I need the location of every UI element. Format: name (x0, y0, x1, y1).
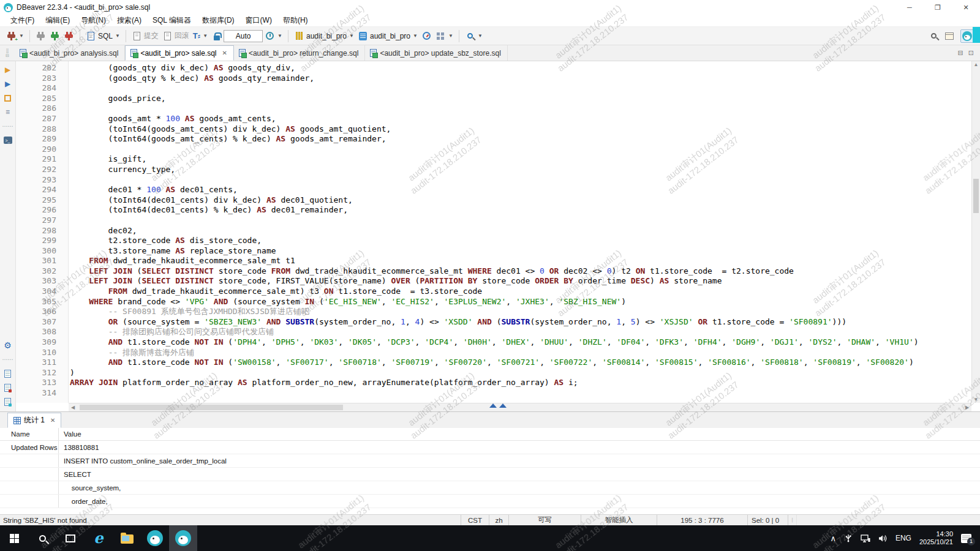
execute-script-icon[interactable]: ▶ (3, 79, 13, 89)
menu-item[interactable]: 导航(N) (75, 15, 111, 26)
status-bar: String 'SBZ_HIS' not found CSTzh可写智能插入19… (0, 514, 980, 525)
row-count-icon[interactable]: ≡ (3, 107, 13, 117)
scroll-down-arrow[interactable]: ▼ (972, 397, 980, 402)
horizontal-scroll-thumb[interactable] (80, 405, 343, 410)
language-indicator[interactable]: ENG (895, 534, 911, 542)
editor-minimap-icons: ⣿⊟ (0, 45, 15, 61)
output-document-icon[interactable] (3, 397, 13, 407)
code-line: 299 t2.store_code AS dis_store_code, (16, 236, 971, 246)
transaction-mode-button[interactable]: T⸗▼ (191, 31, 209, 41)
search-icon (465, 31, 475, 41)
global-search-button[interactable] (929, 32, 938, 40)
windows-logo-icon (10, 534, 19, 543)
splitter-collapse-arrows[interactable] (489, 403, 507, 408)
editor-tab[interactable]: <audit_bi_pro> analysis.sql (15, 45, 125, 61)
maximize-button[interactable]: ❐ (924, 0, 952, 15)
editor-tab[interactable]: <audit_bi_pro> update_sbz_store.sql (365, 45, 507, 61)
menu-item[interactable]: SQL 编辑器 (147, 15, 197, 26)
commit-mode-combo[interactable]: Auto (224, 30, 263, 42)
tray-expand-icon[interactable]: ∧ (830, 534, 836, 543)
vertical-scroll-thumb[interactable] (973, 179, 979, 213)
scroll-right-arrow[interactable]: ▶ (963, 405, 971, 410)
column-header-name[interactable]: Name (0, 428, 59, 440)
commit-button[interactable]: 提交 (130, 29, 160, 42)
network-icon[interactable] (861, 534, 870, 542)
execute-sql-icon[interactable]: ▶ (3, 65, 13, 75)
table-row[interactable]: Updated Rows138810881 (0, 441, 980, 454)
table-row[interactable]: order_date, (0, 495, 980, 508)
menu-item[interactable]: 编辑(E) (40, 15, 75, 26)
sql-label: SQL (98, 32, 113, 40)
scroll-left-arrow[interactable]: ◀ (69, 405, 77, 410)
lock-button[interactable] (209, 29, 224, 42)
clock[interactable]: 14:30 2025/10/21 (919, 530, 953, 546)
dbeaver-perspective-button[interactable] (960, 29, 974, 43)
dbeaver-taskbar-button[interactable] (141, 525, 169, 551)
menu-item[interactable]: 帮助(H) (277, 15, 314, 26)
editor-tab[interactable]: <audit_bi_pro> return_change.sql (234, 45, 365, 61)
table-row[interactable]: source_system, (0, 481, 980, 495)
database-select[interactable]: audit_bi_pro ▼ (292, 29, 356, 42)
status-cells: CSTzh可写智能插入195 : 3 : 7776Sel: 0 | 0 (461, 515, 788, 525)
code-line: 294 dec01 * 100 AS dec01_cents, (16, 185, 971, 195)
taskbar-search-button[interactable] (28, 525, 56, 551)
status-cell: CST (461, 515, 489, 525)
code-line: 313ARRAY JOIN platform_order_no_array AS… (16, 378, 971, 388)
minimize-view-icon[interactable]: ⊟ (958, 49, 963, 57)
menu-item[interactable]: 窗口(W) (240, 15, 277, 26)
toolbar-search-button[interactable]: ▼ (463, 29, 484, 42)
sql-editor-button[interactable]: SQL ▼ (84, 29, 122, 42)
close-icon[interactable]: ✕ (222, 50, 227, 56)
task-view-button[interactable] (56, 525, 85, 551)
menu-item[interactable]: 文件(F) (5, 15, 40, 26)
open-perspective-button[interactable] (943, 31, 956, 41)
editor-tab[interactable]: <audit_bi_pro> sale.sql✕ (125, 45, 233, 61)
reconnect-button[interactable] (48, 29, 62, 42)
vertical-scrollbar[interactable]: ▲ ▼ (971, 61, 980, 403)
table-row[interactable]: INSERT INTO custom_online_sale_order_tmp… (0, 454, 980, 468)
scroll-up-arrow[interactable]: ▲ (972, 62, 980, 67)
menu-item[interactable]: 数据库(D) (197, 15, 240, 26)
commit-icon (132, 31, 142, 41)
maximize-view-icon[interactable]: ⊡ (968, 49, 974, 57)
horizontal-scrollbar[interactable]: ◀ ▶ (69, 403, 971, 411)
explain-plan-button[interactable]: ▼ (434, 29, 455, 42)
stats-tab[interactable]: 统计 1 ✕ (7, 413, 61, 428)
table-row[interactable]: SELECT (0, 468, 980, 481)
column-header-value[interactable]: Value (59, 428, 980, 440)
code-line: 312) (16, 368, 971, 378)
close-button[interactable]: ✕ (952, 0, 980, 15)
minimize-button[interactable]: ─ (895, 0, 924, 15)
schema-select[interactable]: audit_bi_pro ▼ (356, 29, 420, 42)
rollback-label: 回滚 (175, 31, 189, 41)
tab-label: <audit_bi_pro> return_change.sql (249, 49, 358, 58)
menu-item[interactable]: 搜索(A) (111, 15, 147, 26)
folder-icon (121, 534, 134, 544)
dashboard-button[interactable] (420, 29, 434, 42)
dbeaver-taskbar-button-active[interactable] (169, 525, 197, 551)
sql-editor-area[interactable]: 282 (goods_qty div k_dec) AS goods_qty_d… (16, 61, 980, 411)
plug-new-icon: + (6, 31, 17, 41)
error-document-icon[interactable] (3, 383, 13, 392)
log-document-icon[interactable] (3, 369, 13, 378)
results-panel-tabs: 统计 1 ✕ (0, 412, 980, 428)
start-button[interactable] (0, 525, 28, 551)
code-lines[interactable]: 282 (goods_qty div k_dec) AS goods_qty_d… (16, 61, 971, 403)
transaction-log-button[interactable]: ▼ (263, 29, 284, 42)
action-center-button[interactable]: 1 (961, 534, 971, 543)
kill-connection-button[interactable] (62, 29, 76, 42)
disconnect-button[interactable] (34, 29, 48, 42)
close-icon[interactable]: ✕ (50, 417, 55, 424)
settings-gear-icon[interactable]: ⚙ (3, 340, 13, 350)
internet-explorer-button[interactable]: e (85, 525, 113, 551)
open-console-icon[interactable]: >_ (3, 135, 13, 145)
export-result-icon[interactable] (3, 93, 13, 103)
rollback-button[interactable]: 回滚 (160, 29, 191, 42)
code-line: 314 (16, 388, 971, 399)
new-connection-button[interactable]: + ▼ (4, 29, 26, 42)
usb-icon[interactable] (844, 534, 853, 542)
volume-icon[interactable] (878, 534, 888, 542)
code-line: 304 FROM dwd_trade_hkaudit_ecommerce_sal… (16, 287, 971, 297)
file-explorer-button[interactable] (113, 525, 141, 551)
clock-icon (265, 31, 275, 41)
